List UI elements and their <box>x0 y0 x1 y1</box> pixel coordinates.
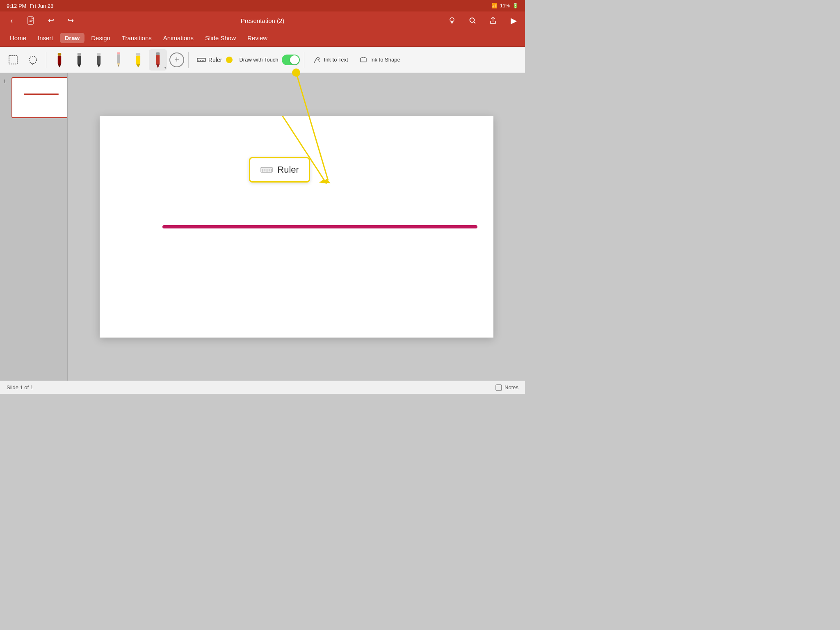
svg-rect-30 <box>361 58 366 62</box>
svg-rect-12 <box>97 53 100 56</box>
svg-point-2 <box>470 18 475 23</box>
menu-home[interactable]: Home <box>5 33 31 43</box>
title-bar-left: ‹ ↩ ↪ <box>5 14 77 27</box>
svg-marker-11 <box>78 64 81 67</box>
svg-rect-25 <box>197 58 205 62</box>
draw-with-touch-toggle[interactable] <box>282 55 300 65</box>
ruler-popup-icon <box>260 163 273 176</box>
svg-marker-39 <box>319 180 327 184</box>
svg-rect-0 <box>28 17 33 24</box>
status-bar-right: 📶 11% 🔋 <box>491 3 518 9</box>
pen-dropdown-arrow: ▾ <box>164 66 166 70</box>
ink-to-shape-button[interactable]: Ink to Shape <box>355 54 404 66</box>
svg-rect-22 <box>156 52 160 55</box>
menu-animations[interactable]: Animations <box>158 33 199 43</box>
svg-rect-7 <box>58 55 61 64</box>
play-button[interactable]: ▶ <box>507 14 520 27</box>
file-button[interactable] <box>25 14 38 27</box>
pen-gray[interactable] <box>90 49 108 71</box>
svg-marker-14 <box>97 64 100 67</box>
svg-rect-6 <box>58 53 61 56</box>
menu-insert[interactable]: Insert <box>33 33 58 43</box>
slide-thumbnail-1[interactable] <box>11 77 68 118</box>
toggle-knob <box>290 55 299 64</box>
search-button[interactable] <box>466 14 479 27</box>
notes-button[interactable]: Notes <box>495 384 518 391</box>
status-bar: 9:12 PM Fri Jun 28 📶 11% 🔋 <box>0 0 525 11</box>
battery-icon: 🔋 <box>512 3 518 9</box>
svg-marker-21 <box>136 64 140 67</box>
ruler-button[interactable]: Ruler <box>193 54 237 66</box>
svg-marker-24 <box>156 64 160 68</box>
svg-rect-16 <box>117 54 120 63</box>
ink-to-text-label: Ink to Text <box>324 57 348 63</box>
menu-design[interactable]: Design <box>86 33 115 43</box>
svg-rect-23 <box>156 55 160 64</box>
draw-with-touch-label: Draw with Touch <box>239 57 278 63</box>
divider-1 <box>46 52 46 68</box>
pencil-light[interactable] <box>110 49 128 71</box>
pen-crimson-active[interactable]: ▾ <box>149 49 167 71</box>
highlighter-tool[interactable] <box>129 49 147 71</box>
svg-point-1 <box>450 18 454 22</box>
share-button[interactable] <box>486 14 500 27</box>
add-tool-button[interactable]: + <box>169 52 184 67</box>
title-bar-right: ▶ <box>445 14 520 27</box>
slide-number-label: 1 <box>3 79 6 84</box>
notes-label: Notes <box>504 384 518 390</box>
divider-3 <box>304 52 304 68</box>
menu-slideshow[interactable]: Slide Show <box>200 33 241 43</box>
bottom-bar: Slide 1 of 1 Notes <box>0 381 525 394</box>
undo-button[interactable]: ↩ <box>44 14 57 27</box>
lasso-select-tool[interactable] <box>24 49 42 71</box>
canvas-area[interactable]: Ruler <box>68 73 525 381</box>
main-content: 1 Ruler <box>0 73 525 381</box>
slide-thumbnail-container: 1 <box>11 77 68 118</box>
battery-display: 11% <box>500 3 510 9</box>
back-button[interactable]: ‹ <box>5 14 18 27</box>
menu-review[interactable]: Review <box>242 33 272 43</box>
slide-canvas[interactable]: Ruler <box>100 116 493 338</box>
pen-dark[interactable] <box>70 49 88 71</box>
menu-draw[interactable]: Draw <box>60 33 85 43</box>
slide-mini-drawn-line <box>24 94 59 95</box>
ruler-popup-label: Ruler <box>277 164 299 175</box>
rect-select-tool[interactable] <box>4 49 22 71</box>
svg-rect-9 <box>78 53 81 56</box>
svg-rect-15 <box>117 52 120 54</box>
svg-marker-8 <box>58 64 61 67</box>
title-bar: ‹ ↩ ↪ Presentation (2) <box>0 11 525 30</box>
ruler-annotation-dot <box>226 57 233 63</box>
slide-panel: 1 <box>0 73 68 381</box>
svg-rect-19 <box>136 53 140 56</box>
status-bar-left: 9:12 PM Fri Jun 28 <box>7 3 53 9</box>
slide-info: Slide 1 of 1 <box>7 384 33 390</box>
svg-rect-20 <box>136 55 140 64</box>
svg-rect-13 <box>97 55 100 64</box>
divider-2 <box>188 52 189 68</box>
svg-rect-40 <box>496 385 502 390</box>
ruler-popup: Ruler <box>249 157 310 183</box>
ink-to-text-button[interactable]: Ink to Text <box>308 54 352 66</box>
notes-checkbox-icon <box>495 384 502 391</box>
redo-button[interactable]: ↪ <box>64 14 77 27</box>
menu-bar: Home Insert Draw Design Transitions Anim… <box>0 30 525 47</box>
svg-point-4 <box>29 56 37 64</box>
pen-dark-red[interactable] <box>50 49 68 71</box>
svg-rect-10 <box>78 55 81 64</box>
svg-rect-31 <box>261 167 272 172</box>
svg-rect-3 <box>9 56 17 64</box>
draw-toolbar: ▾ + Ruler Draw with Touch Ink to Text <box>0 47 525 73</box>
draw-with-touch-section: Draw with Touch <box>239 55 299 65</box>
drawn-line <box>162 225 477 228</box>
wifi-icon: 📶 <box>491 3 498 9</box>
lightbulb-button[interactable] <box>445 14 459 27</box>
menu-transitions[interactable]: Transitions <box>117 33 157 43</box>
selection-tools <box>4 49 42 71</box>
time-display: 9:12 PM <box>7 3 26 9</box>
pen-tools: ▾ <box>50 49 167 71</box>
ink-to-shape-label: Ink to Shape <box>370 57 400 63</box>
date-display: Fri Jun 28 <box>30 3 53 9</box>
presentation-title: Presentation (2) <box>241 17 285 24</box>
ruler-label: Ruler <box>208 57 222 63</box>
